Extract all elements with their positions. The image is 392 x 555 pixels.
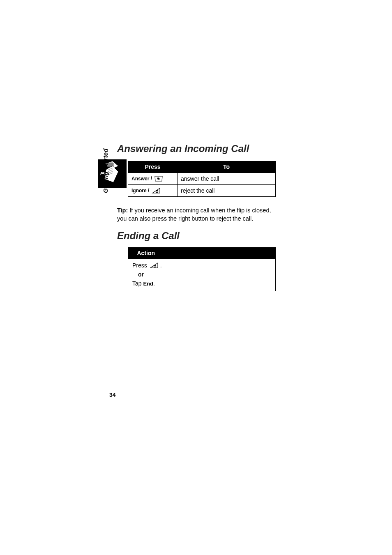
end-call-table: Action Press . or Tap End.: [128, 247, 276, 291]
answer-call-table: Press To Answer / answer the call Ignore…: [128, 161, 276, 197]
table-row: Press . or Tap End.: [128, 259, 276, 291]
period: .: [160, 262, 162, 269]
answer-label: Answer: [131, 176, 149, 182]
end-key-icon: [152, 187, 161, 194]
or-text: or: [138, 271, 271, 278]
press-line: Press .: [132, 262, 271, 269]
page-number: 34: [109, 391, 116, 398]
period: .: [153, 280, 155, 287]
ignore-desc: reject the call: [178, 185, 276, 197]
table-row: Answer / answer the call: [128, 173, 276, 185]
header-to: To: [178, 161, 276, 173]
separator: /: [149, 175, 153, 181]
press-text: Press: [132, 262, 147, 269]
end-button-label: End: [143, 281, 153, 287]
separator: /: [147, 187, 151, 193]
heading-ending-call: Ending a Call: [117, 230, 276, 242]
answer-desc: answer the call: [178, 173, 276, 185]
tip-label: Tip:: [117, 207, 128, 214]
header-press: Press: [128, 161, 178, 173]
header-action: Action: [128, 247, 276, 259]
ignore-label: Ignore: [131, 188, 147, 193]
heading-answering-call: Answering an Incoming Call: [117, 143, 276, 154]
send-key-icon: [154, 175, 163, 182]
tap-line: Tap End.: [132, 280, 271, 287]
end-key-icon: [150, 262, 159, 269]
tip-block: Tip: If you receive an incoming call whe…: [117, 207, 277, 223]
tip-text: If you receive an incoming call when the…: [117, 207, 271, 222]
table-row: Ignore / reject the call: [128, 185, 276, 197]
tap-text: Tap: [132, 280, 143, 287]
